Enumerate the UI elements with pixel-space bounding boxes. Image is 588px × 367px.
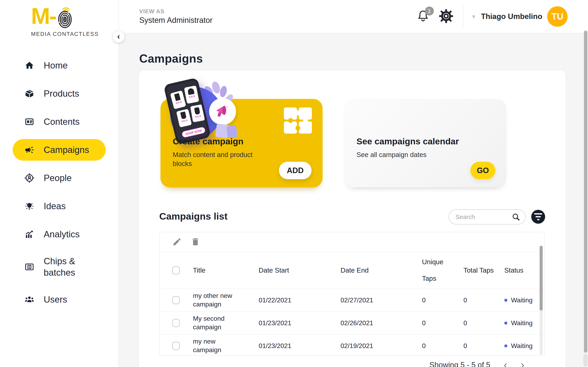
sidebar-item-label: Chips & batches bbox=[44, 256, 106, 278]
edit-button[interactable] bbox=[172, 237, 182, 247]
cell-total-taps: 0 bbox=[463, 319, 504, 327]
delete-button[interactable] bbox=[191, 237, 200, 247]
shopping-bag bbox=[226, 125, 237, 138]
sidebar-item-label: Users bbox=[44, 294, 67, 305]
status-dot bbox=[504, 322, 507, 325]
cell-unique-taps: 0 bbox=[422, 319, 463, 327]
chevron-left-icon: ‹ bbox=[504, 359, 507, 367]
avatar: TU bbox=[547, 6, 568, 27]
pagination-summary: Showing 5 - 5 of 5 bbox=[429, 361, 490, 367]
product-glyph bbox=[174, 93, 181, 101]
campaigns-calendar-card[interactable]: See campaigns calendar See all campaign … bbox=[344, 99, 506, 187]
page-title: Campaigns bbox=[139, 52, 203, 65]
calendar-card-subtitle: See all campaign dates bbox=[356, 150, 452, 159]
notifications-button[interactable]: 1 bbox=[416, 9, 430, 24]
pagination: Showing 5 - 5 of 5 ‹ › bbox=[159, 361, 545, 367]
app-screen: M- bbox=[0, 0, 588, 367]
megaphone-icon bbox=[25, 145, 34, 155]
cell-status: Waiting bbox=[504, 296, 544, 304]
pencil-icon bbox=[172, 237, 182, 247]
add-campaign-button[interactable]: ADD bbox=[279, 162, 311, 179]
create-campaign-card[interactable]: SALE SALE SALE SALE bbox=[160, 99, 323, 187]
sidebar-item-contents[interactable]: Contents bbox=[13, 111, 106, 133]
row-checkbox[interactable] bbox=[172, 319, 180, 327]
cell-date-end: 02/26/2021 bbox=[341, 319, 422, 327]
next-page-button[interactable]: › bbox=[521, 361, 524, 367]
select-all-checkbox[interactable] bbox=[172, 266, 180, 275]
status-label: Waiting bbox=[511, 319, 533, 327]
fingerprint-icon bbox=[56, 5, 74, 29]
sidebar-item-label: Campaigns bbox=[44, 145, 89, 155]
sidebar-item-ideas[interactable]: Ideas bbox=[13, 195, 106, 217]
row-checkbox[interactable] bbox=[172, 342, 180, 350]
settings-button[interactable] bbox=[439, 9, 453, 24]
cell-date-end: 02/19/2021 bbox=[341, 342, 422, 350]
user-menu[interactable]: ▾ Thiago Umbelino TU bbox=[472, 6, 568, 27]
header-divider bbox=[463, 6, 463, 27]
sidebar-item-analytics[interactable]: Analytics bbox=[13, 224, 106, 245]
col-total-taps: Total Taps bbox=[463, 267, 504, 274]
sidebar-item-label: Ideas bbox=[44, 201, 66, 211]
sidebar-collapse-button[interactable]: ‹ bbox=[112, 31, 125, 43]
sale-label: SALE bbox=[189, 95, 195, 98]
box-icon bbox=[25, 89, 34, 99]
sidebar-item-home[interactable]: Home bbox=[13, 55, 106, 76]
create-campaign-title: Create campaign bbox=[173, 136, 243, 146]
sidebar-item-products[interactable]: Products bbox=[13, 83, 106, 104]
sidebar-item-people[interactable]: People bbox=[13, 167, 106, 189]
table-header-row: Title Date Start Date End Unique Taps To… bbox=[160, 252, 544, 289]
col-date-end: Date End bbox=[341, 267, 422, 274]
view-as-label: VIEW AS bbox=[139, 8, 213, 15]
brand-logo-subtitle: MEDIA CONTACTLESS bbox=[31, 31, 99, 37]
card-icon bbox=[25, 117, 34, 127]
user-name: Thiago Umbelino bbox=[481, 12, 542, 21]
sidebar-item-users[interactable]: Users bbox=[13, 289, 106, 310]
sale-label: SALE bbox=[175, 100, 182, 104]
cell-title: my new campaign bbox=[193, 337, 239, 354]
gear-icon bbox=[439, 9, 453, 24]
sidebar-item-label: People bbox=[44, 173, 72, 183]
sidebar-item-label: Analytics bbox=[44, 229, 80, 239]
search-input[interactable] bbox=[455, 213, 511, 221]
filter-button[interactable] bbox=[531, 210, 545, 224]
table-row[interactable]: my other new campaign 01/22/2021 02/27/2… bbox=[160, 289, 544, 312]
users-icon bbox=[25, 295, 34, 304]
cell-title: My second campaign bbox=[193, 314, 239, 331]
home-icon bbox=[25, 60, 34, 70]
prev-page-button[interactable]: ‹ bbox=[504, 361, 507, 367]
chevron-right-icon: › bbox=[521, 359, 524, 367]
table-row[interactable]: my new campaign 01/23/2021 02/19/2021 0 … bbox=[160, 334, 544, 356]
chevron-left-icon: ‹ bbox=[117, 32, 120, 40]
sidebar-nav: Home Products bbox=[0, 48, 118, 310]
sidebar-item-campaigns[interactable]: Campaigns bbox=[13, 139, 106, 161]
page-scrollbar-thumb[interactable] bbox=[584, 31, 587, 353]
status-dot bbox=[504, 344, 507, 347]
cell-title: my other new campaign bbox=[193, 292, 239, 309]
chip-icon bbox=[25, 262, 34, 272]
row-checkbox[interactable] bbox=[172, 296, 180, 304]
cell-total-taps: 0 bbox=[463, 296, 504, 304]
table-row[interactable]: My second campaign 01/23/2021 02/26/2021… bbox=[160, 312, 544, 334]
go-calendar-button[interactable]: GO bbox=[470, 162, 495, 179]
status-label: Waiting bbox=[511, 296, 533, 304]
cell-date-start: 01/23/2021 bbox=[259, 342, 341, 350]
filter-icon bbox=[534, 213, 542, 215]
search-icon bbox=[511, 212, 520, 221]
sidebar-item-label: Products bbox=[44, 89, 79, 99]
col-title: Title bbox=[193, 267, 259, 274]
search-box bbox=[449, 209, 526, 225]
table-scrollbar-thumb[interactable] bbox=[540, 246, 543, 310]
status-dot bbox=[504, 299, 507, 302]
cell-status: Waiting bbox=[504, 319, 544, 327]
chevron-down-icon: ▾ bbox=[472, 13, 475, 20]
sidebar-item-chips-batches[interactable]: Chips & batches bbox=[13, 252, 106, 282]
cell-unique-taps: 0 bbox=[422, 342, 463, 350]
sale-label: SALE bbox=[195, 115, 201, 118]
view-as-value: System Administrator bbox=[139, 16, 213, 25]
sale-label: SALE bbox=[181, 119, 188, 123]
lightbulb-icon bbox=[25, 201, 34, 211]
calendar-card-title: See campaigns calendar bbox=[356, 136, 459, 146]
page-scrollbar-track-end bbox=[584, 354, 587, 366]
sidebar: M- bbox=[0, 0, 119, 367]
person-target-icon bbox=[25, 173, 34, 183]
